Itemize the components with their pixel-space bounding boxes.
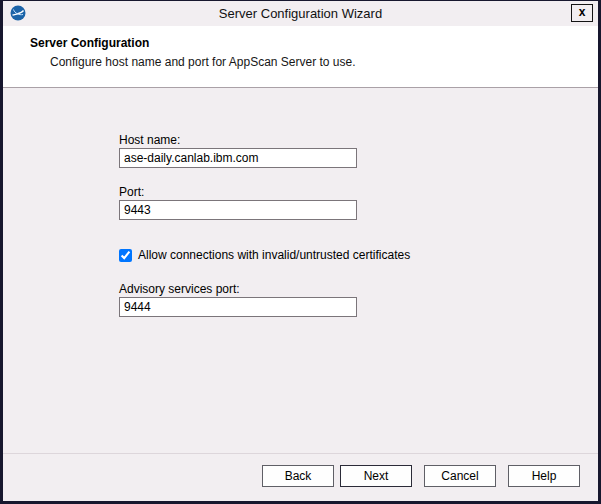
host-name-input[interactable] [119, 148, 357, 168]
next-button[interactable]: Next [340, 465, 412, 487]
invalid-cert-checkbox-row: Allow connections with invalid/untrusted… [119, 248, 410, 262]
window-title: Server Configuration Wizard [3, 6, 598, 21]
page-subtitle: Configure host name and port for AppScan… [50, 55, 356, 69]
page-title: Server Configuration [30, 36, 149, 50]
close-icon[interactable]: x [571, 4, 593, 22]
back-button[interactable]: Back [262, 465, 334, 487]
invalid-cert-checkbox[interactable] [119, 249, 132, 262]
port-label: Port: [119, 185, 144, 199]
titlebar: Server Configuration Wizard x [3, 1, 598, 26]
wizard-header: Server Configuration Configure host name… [3, 26, 598, 88]
port-input[interactable] [119, 200, 357, 220]
invalid-cert-checkbox-label[interactable]: Allow connections with invalid/untrusted… [138, 248, 410, 262]
wizard-content: Host name: Port: Allow connections with … [3, 88, 598, 501]
advisory-port-label: Advisory services port: [119, 282, 240, 296]
footer-divider [3, 453, 598, 454]
wizard-button-row: Back Next Cancel Help [262, 465, 580, 487]
cancel-button[interactable]: Cancel [424, 465, 496, 487]
help-button[interactable]: Help [508, 465, 580, 487]
server-configuration-wizard-window: Server Configuration Wizard x Server Con… [0, 0, 601, 504]
host-name-label: Host name: [119, 133, 180, 147]
advisory-port-input[interactable] [119, 297, 357, 317]
